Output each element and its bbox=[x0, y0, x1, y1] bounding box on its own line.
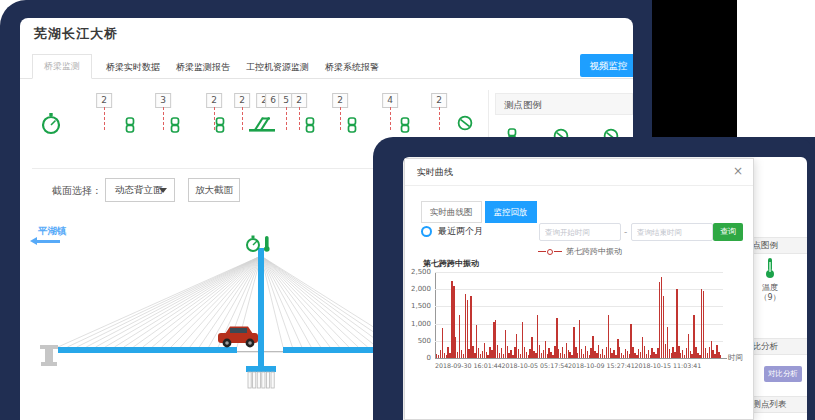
overlay-window: 测点图例 温度 （9） 对比分析 对比分析 监测点列表 实时曲线 × 实 bbox=[403, 157, 807, 420]
realtime-curve-dialog: 实时曲线 × 实时曲线图监控回放 最近两个月 - 查询 第七跨跨中振动 第七跨跨… bbox=[404, 158, 754, 420]
thermometer-icon bbox=[763, 257, 777, 279]
x-tick-label: 2018-10-15 11:03:41 bbox=[635, 362, 705, 369]
sensor-count-badge: 2 bbox=[96, 93, 112, 108]
enlarge-section-button[interactable]: 放大截面 bbox=[188, 178, 240, 202]
chain-sensor-icon[interactable] bbox=[123, 117, 137, 134]
y-tick-label: 500 bbox=[403, 337, 431, 345]
y-tick-label: 1,500 bbox=[403, 302, 431, 310]
sensor-drop-line bbox=[439, 107, 440, 130]
sensor-count-badge: 4 bbox=[382, 93, 398, 108]
sensor-drop-line bbox=[286, 107, 287, 130]
sensor-count-badge: 2 bbox=[206, 93, 222, 108]
left-pier bbox=[40, 345, 58, 366]
legend-panel-header: 测点图例 bbox=[495, 93, 633, 115]
background-window-corner bbox=[737, 0, 815, 137]
chain-sensor-icon[interactable] bbox=[168, 117, 182, 134]
y-tick-label: 2,500 bbox=[403, 268, 431, 276]
section-select-value: 动态背立面 bbox=[115, 184, 163, 195]
section-select-dropdown[interactable]: 动态背立面 bbox=[105, 178, 175, 202]
sensor-drop-line bbox=[299, 107, 300, 130]
pylon-piles bbox=[248, 372, 274, 388]
sensor-count-badge: 2 bbox=[291, 93, 307, 108]
sensor-count-badge: 2 bbox=[234, 93, 250, 108]
x-tick-label: 2018-10-09 15:27:41 bbox=[568, 362, 638, 369]
y-tick-label: 0 bbox=[403, 354, 431, 362]
x-tick-label: 2018-10-05 05:17:54 bbox=[502, 362, 572, 369]
bridge-sensor-icon[interactable] bbox=[249, 115, 275, 133]
gauge-sensor-icon[interactable] bbox=[40, 112, 62, 135]
chain-sensor-icon[interactable] bbox=[303, 117, 317, 134]
chain-sensor-icon[interactable] bbox=[213, 117, 227, 134]
chain-sensor-icon[interactable] bbox=[345, 117, 359, 134]
pylon-top-thermometer-icon[interactable] bbox=[264, 236, 270, 252]
sensor-drop-line bbox=[340, 107, 341, 130]
sensor-count-badge: 2 bbox=[332, 93, 348, 108]
section-select-label: 截面选择： bbox=[52, 184, 102, 198]
compare-analysis-button[interactable]: 对比分析 bbox=[764, 366, 802, 382]
black-backdrop bbox=[652, 0, 737, 137]
sensor-drop-line bbox=[104, 107, 105, 130]
sensor-count-badge: 2 bbox=[431, 93, 447, 108]
bridge-schematic bbox=[20, 230, 410, 420]
x-axis-ticks: 2018-09-30 16:01:442018-10-05 05:17:5420… bbox=[435, 159, 755, 420]
screenshot-stage: 芜湖长江大桥 桥梁监测桥梁实时数据桥梁监测报告工控机资源监测桥梁系统报警 视频监… bbox=[0, 0, 815, 420]
pylon-top-gauge-icon[interactable] bbox=[247, 236, 259, 252]
x-tick-label: 2018-09-30 16:01:44 bbox=[435, 362, 505, 369]
disabled-sensor-icon[interactable] bbox=[457, 115, 473, 131]
chevron-down-icon bbox=[159, 188, 167, 193]
x-axis-title: 时间 bbox=[728, 353, 743, 363]
sensor-drop-line bbox=[163, 107, 164, 130]
y-tick-label: 2,000 bbox=[403, 285, 431, 293]
bridge-deck-left[interactable] bbox=[58, 347, 237, 353]
sensor-count-badge: 3 bbox=[155, 93, 171, 108]
sensor-drop-line bbox=[390, 107, 391, 130]
chain-sensor-icon[interactable] bbox=[398, 117, 412, 134]
bridge-pylon[interactable] bbox=[258, 248, 264, 370]
pylon-footing bbox=[246, 366, 276, 372]
y-tick-label: 1,000 bbox=[403, 320, 431, 328]
radio-selected-icon bbox=[421, 226, 432, 237]
sensor-drop-line bbox=[242, 107, 243, 130]
